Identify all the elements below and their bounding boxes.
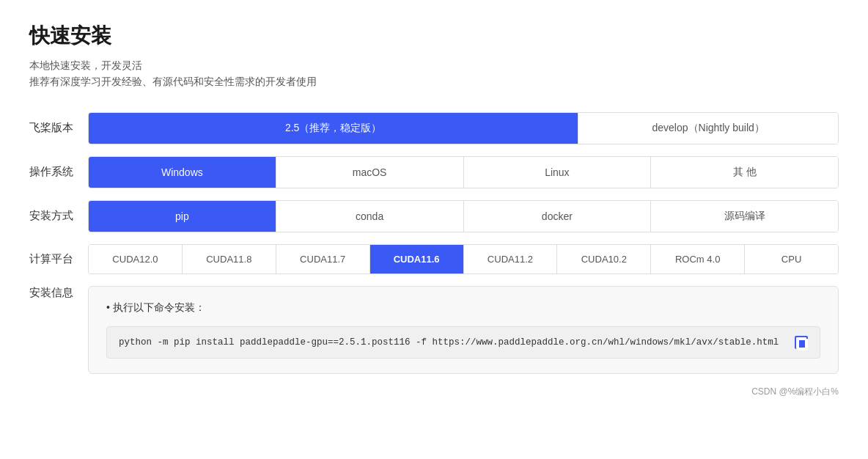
version-v25-button[interactable]: 2.5（推荐，稳定版）	[89, 113, 578, 144]
code-block: python -m pip install paddlepaddle-gpu==…	[106, 326, 820, 359]
install-conda-button[interactable]: conda	[276, 201, 464, 232]
compute-rocm40-button[interactable]: ROCm 4.0	[651, 245, 745, 273]
os-section: 操作系统 Windows macOS Linux 其 他	[29, 156, 839, 188]
install-docker-button[interactable]: docker	[464, 201, 652, 232]
os-other-button[interactable]: 其 他	[651, 157, 838, 188]
os-linux-button[interactable]: Linux	[464, 157, 652, 188]
page-title: 快速安装	[29, 22, 839, 50]
compute-cuda117-button[interactable]: CUDA11.7	[276, 245, 370, 273]
version-section: 飞桨版本 2.5（推荐，稳定版） develop（Nightly build）	[29, 112, 839, 144]
install-info-section: 安装信息 执行以下命令安装： python -m pip install pad…	[29, 286, 839, 374]
copy-icon[interactable]	[795, 336, 808, 349]
compute-label: 计算平台	[29, 252, 88, 266]
compute-section: 计算平台 CUDA12.0 CUDA11.8 CUDA11.7 CUDA11.6…	[29, 244, 839, 274]
subtitle: 本地快速安装，开发灵活 推荐有深度学习开发经验、有源代码和安全性需求的开发者使用	[29, 57, 839, 90]
install-method-section: 安装方式 pip conda docker 源码编译	[29, 200, 839, 232]
install-pip-button[interactable]: pip	[89, 201, 276, 232]
install-method-label: 安装方式	[29, 209, 88, 223]
os-label: 操作系统	[29, 165, 88, 179]
compute-cuda116-button[interactable]: CUDA11.6	[370, 245, 464, 273]
version-develop-button[interactable]: develop（Nightly build）	[578, 113, 838, 144]
install-info-content: 执行以下命令安装： python -m pip install paddlepa…	[88, 286, 839, 374]
os-macos-button[interactable]: macOS	[276, 157, 464, 188]
compute-cpu-button[interactable]: CPU	[745, 245, 838, 273]
compute-cuda112-button[interactable]: CUDA11.2	[464, 245, 558, 273]
install-command: python -m pip install paddlepaddle-gpu==…	[119, 337, 786, 348]
version-label: 飞桨版本	[29, 121, 88, 135]
install-info-label: 安装信息	[29, 286, 88, 300]
version-options: 2.5（推荐，稳定版） develop（Nightly build）	[88, 112, 839, 144]
install-instruction: 执行以下命令安装：	[106, 301, 820, 315]
install-options: pip conda docker 源码编译	[88, 200, 839, 232]
os-options: Windows macOS Linux 其 他	[88, 156, 839, 188]
compute-options: CUDA12.0 CUDA11.8 CUDA11.7 CUDA11.6 CUDA…	[88, 244, 839, 274]
subtitle-line2: 推荐有深度学习开发经验、有源代码和安全性需求的开发者使用	[29, 73, 839, 89]
os-windows-button[interactable]: Windows	[89, 157, 276, 188]
install-source-button[interactable]: 源码编译	[651, 201, 838, 232]
subtitle-line1: 本地快速安装，开发灵活	[29, 57, 839, 73]
footer-credit: CSDN @%编程小白%	[29, 386, 839, 398]
compute-cuda120-button[interactable]: CUDA12.0	[89, 245, 183, 273]
compute-cuda118-button[interactable]: CUDA11.8	[183, 245, 276, 273]
compute-cuda102-button[interactable]: CUDA10.2	[557, 245, 651, 273]
